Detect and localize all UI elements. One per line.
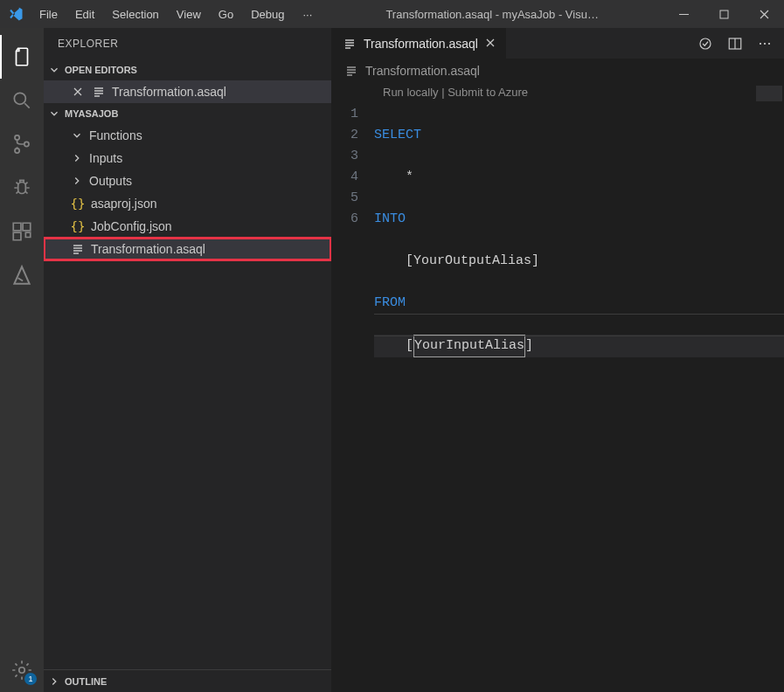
svg-point-2 <box>14 93 25 104</box>
editor-tab-label: Transformation.asaql <box>364 37 478 51</box>
chevron-down-icon <box>47 64 61 76</box>
window-maximize-button[interactable] <box>704 0 744 28</box>
minimap[interactable] <box>735 82 784 692</box>
chevron-right-icon <box>47 675 61 688</box>
svg-rect-1 <box>720 10 728 18</box>
svg-point-6 <box>19 668 25 674</box>
compile-icon[interactable] <box>697 28 714 59</box>
codelens-run[interactable]: Run locally <box>383 86 439 99</box>
chevron-down-icon <box>70 129 84 142</box>
menu-debug[interactable]: Debug <box>243 3 292 26</box>
line-gutter: 1 2 3 4 5 6 <box>332 104 374 399</box>
open-editors-section[interactable]: OPEN EDITORS <box>44 59 331 80</box>
menu-bar: File Edit Selection View Go Debug ··· <box>31 3 321 26</box>
file-icon <box>343 37 357 51</box>
file-icon <box>344 64 358 78</box>
sidebar-title: EXPLORER <box>44 28 331 59</box>
editor-tab[interactable]: Transformation.asaql <box>332 28 507 59</box>
menu-file[interactable]: File <box>31 3 66 26</box>
activity-search[interactable] <box>0 79 44 122</box>
tree-label: Transformation.asaql <box>91 242 205 256</box>
activity-settings[interactable]: 1 <box>0 648 44 692</box>
breadcrumb-label: Transformation.asaql <box>365 64 480 78</box>
chevron-right-icon <box>70 152 84 164</box>
open-editor-name: Transformation.asaql <box>112 85 226 99</box>
code-content[interactable]: SELECT * INTO [YourOutputAlias] FROM [Yo… <box>374 104 784 399</box>
activity-explorer[interactable] <box>0 35 44 79</box>
activity-azure[interactable] <box>0 253 44 297</box>
codelens-submit[interactable]: Submit to Azure <box>448 86 528 99</box>
open-editor-item[interactable]: Transformation.asaql <box>44 80 331 103</box>
file-tree: Functions Inputs Outputs {} asaproj.json… <box>44 124 331 669</box>
codelens: Run locally | Submit to Azure <box>332 82 784 104</box>
sidebar: EXPLORER OPEN EDITORS Transformation.asa… <box>44 28 332 692</box>
more-actions-icon[interactable]: ··· <box>756 28 774 59</box>
workspace-section[interactable]: MYASAJOB <box>44 103 331 124</box>
outline-label: OUTLINE <box>65 676 107 687</box>
activity-source-control[interactable] <box>0 122 44 166</box>
menu-edit[interactable]: Edit <box>67 3 102 26</box>
window-minimize-button[interactable] <box>663 0 704 28</box>
workspace-label: MYASAJOB <box>65 108 118 119</box>
tree-file-jobconfig[interactable]: {} JobConfig.json <box>44 215 331 238</box>
chevron-down-icon <box>47 107 61 120</box>
svg-point-7 <box>700 38 711 49</box>
tree-label: Inputs <box>89 151 122 165</box>
settings-badge: 1 <box>24 673 37 685</box>
open-editors-label: OPEN EDITORS <box>65 65 137 75</box>
tree-file-transformation[interactable]: Transformation.asaql <box>44 238 331 260</box>
breadcrumb[interactable]: Transformation.asaql <box>332 59 784 82</box>
editor-group: Transformation.asaql ··· Transformation.… <box>332 28 784 692</box>
editor-tabs: Transformation.asaql ··· <box>332 28 784 59</box>
tab-close-button[interactable] <box>485 37 496 51</box>
chevron-right-icon <box>70 175 84 187</box>
code-editor[interactable]: Run locally | Submit to Azure 1 2 3 4 5 … <box>332 82 784 692</box>
tree-label: Functions <box>89 128 142 142</box>
tree-folder-functions[interactable]: Functions <box>44 124 331 147</box>
tree-label: JobConfig.json <box>91 219 172 233</box>
vscode-logo-icon <box>0 6 31 22</box>
svg-rect-8 <box>729 38 741 49</box>
svg-point-4 <box>15 149 19 153</box>
json-icon: {} <box>70 197 86 211</box>
minimap-viewport[interactable] <box>756 86 782 101</box>
svg-point-5 <box>24 142 29 146</box>
tree-file-asaproj[interactable]: {} asaproj.json <box>44 192 331 215</box>
tree-folder-inputs[interactable]: Inputs <box>44 147 331 170</box>
activity-bar: 1 <box>0 28 44 692</box>
menu-view[interactable]: View <box>169 3 209 26</box>
outline-section[interactable]: OUTLINE <box>44 669 331 692</box>
title-bar: File Edit Selection View Go Debug ··· Tr… <box>0 0 784 28</box>
menu-overflow[interactable]: ··· <box>294 3 321 26</box>
window-title: Transformation.asaql - myAsaJob - Visu… <box>321 8 663 21</box>
json-icon: {} <box>70 219 86 233</box>
activity-debug[interactable] <box>0 166 44 210</box>
text-cursor: YourInputAlias <box>413 335 525 357</box>
svg-point-3 <box>15 135 19 140</box>
split-editor-icon[interactable] <box>726 28 744 59</box>
tree-label: Outputs <box>89 174 132 188</box>
menu-go[interactable]: Go <box>211 3 241 26</box>
file-icon <box>91 85 107 99</box>
menu-selection[interactable]: Selection <box>104 3 166 26</box>
window-close-button[interactable] <box>744 0 784 28</box>
tree-label: asaproj.json <box>91 197 157 211</box>
file-icon <box>70 242 86 256</box>
close-icon[interactable] <box>70 86 86 97</box>
svg-rect-0 <box>679 14 689 15</box>
tree-folder-outputs[interactable]: Outputs <box>44 170 331 192</box>
activity-extensions[interactable] <box>0 210 44 253</box>
